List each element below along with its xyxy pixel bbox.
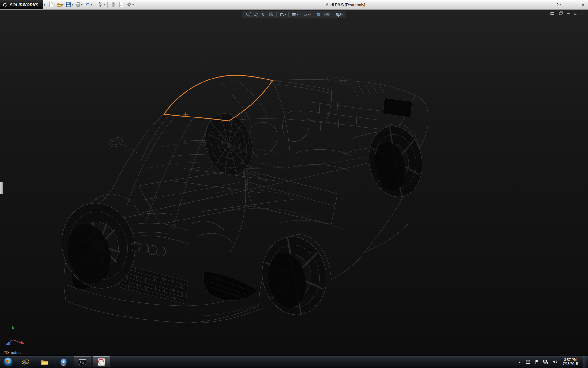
- minimize-button[interactable]: –: [567, 3, 570, 7]
- taskbar-command-prompt-button[interactable]: C:\: [74, 356, 91, 367]
- orientation-triad: [2, 322, 31, 348]
- show-desktop-button[interactable]: [583, 356, 587, 368]
- svg-text:e: e: [23, 358, 27, 366]
- clock-date: 7/13/2015: [563, 362, 578, 366]
- hud-separator: [313, 12, 313, 17]
- help-button[interactable]: ? ▾: [556, 2, 561, 7]
- tray-app-icon[interactable]: [526, 359, 530, 364]
- apply-scene-icon: [323, 12, 329, 17]
- rear-left-wheel: [256, 232, 332, 320]
- tile-window-button[interactable]: [550, 11, 554, 16]
- zoom-to-fit-button[interactable]: [244, 11, 252, 17]
- select-button[interactable]: ▾: [97, 1, 106, 8]
- close-button[interactable]: ×: [582, 3, 584, 7]
- rebuild-button[interactable]: [110, 1, 117, 8]
- previous-view-button[interactable]: [260, 11, 267, 17]
- new-document-button[interactable]: [47, 1, 55, 8]
- display-style-dropdown: ▾: [297, 13, 298, 16]
- view-orientation-cube-icon: [279, 12, 285, 17]
- hide-show-items-button[interactable]: ▾: [303, 11, 311, 17]
- cascade-window-icon: [559, 11, 563, 15]
- options-dropdown: ▾: [132, 3, 134, 6]
- edit-appearance-button[interactable]: [315, 11, 322, 17]
- hud-separator: [288, 12, 289, 17]
- network-icon[interactable]: [543, 359, 548, 364]
- hud-separator: [301, 12, 301, 17]
- file-properties-button[interactable]: [118, 1, 125, 8]
- taskbar-windows-explorer-button[interactable]: [36, 356, 53, 367]
- taskbar-media-player-button[interactable]: [55, 356, 72, 367]
- hud-separator: [276, 12, 277, 17]
- solidworks-version-badge: 2015: [100, 363, 105, 366]
- file-properties-icon: [119, 2, 124, 7]
- save-icon: [66, 2, 71, 7]
- select-dropdown: ▾: [104, 3, 105, 6]
- taskbar-internet-explorer-button[interactable]: e: [17, 356, 34, 367]
- zoom-to-area-icon: [253, 12, 258, 17]
- zoom-to-area-button[interactable]: [252, 11, 259, 17]
- view-orientation-button[interactable]: ▾: [278, 11, 287, 17]
- solidworks-menu[interactable]: SOLIDWORKS: [0, 0, 43, 9]
- taskbar-solidworks-button[interactable]: 2015: [93, 356, 110, 367]
- selected-windshield-face[interactable]: [164, 75, 273, 121]
- display-style-button[interactable]: ▾: [290, 11, 299, 17]
- display-style-cube-icon: [291, 12, 297, 17]
- undo-dropdown: ▾: [91, 3, 92, 6]
- cascade-window-button[interactable]: [559, 11, 563, 16]
- print-button[interactable]: ▾: [74, 1, 83, 8]
- brand-label: SOLIDWORKS: [10, 2, 39, 7]
- hud-separator: [333, 12, 333, 17]
- rebuild-stoplight-icon: [111, 2, 116, 7]
- toolbar-separator: [107, 2, 108, 8]
- feature-panel-collapse-tab[interactable]: ◂ ◂: [0, 182, 3, 194]
- view-settings-button[interactable]: ▾: [335, 11, 344, 17]
- system-tray: ▴ 3:57 PM: [518, 356, 588, 368]
- apply-scene-dropdown: ▾: [329, 13, 330, 16]
- graphics-viewport[interactable]: ▾ ▾ ▾: [0, 9, 588, 356]
- document-window-controls: – □ ×: [550, 11, 583, 16]
- zoom-to-fit-icon: [245, 12, 251, 17]
- save-button[interactable]: ▾: [65, 1, 74, 8]
- options-button[interactable]: ▾: [126, 1, 134, 8]
- open-dropdown: ▾: [62, 3, 63, 6]
- media-player-icon: [59, 358, 68, 366]
- section-view-icon: [268, 12, 274, 17]
- taskbar: e C:\: [0, 355, 588, 368]
- collapse-arrow: ◂: [1, 186, 2, 188]
- volume-icon[interactable]: [552, 359, 558, 364]
- open-button[interactable]: ▾: [55, 1, 64, 8]
- rear-right-wheel: [364, 122, 428, 201]
- apply-scene-button[interactable]: ▾: [322, 11, 331, 17]
- view-settings-dropdown: ▾: [341, 13, 343, 16]
- start-button[interactable]: [0, 356, 16, 368]
- undo-icon: [85, 2, 90, 7]
- toolbar-separator: [95, 2, 95, 8]
- open-folder-icon: [56, 2, 62, 7]
- new-document-icon: [48, 2, 54, 7]
- mouse-cursor-cross: [183, 112, 188, 117]
- maximize-button[interactable]: □: [575, 3, 577, 7]
- document-minimize-button[interactable]: –: [567, 12, 570, 15]
- menu-flyout-arrow[interactable]: ▸: [43, 3, 47, 6]
- options-gear-icon: [126, 2, 132, 7]
- hide-show-glasses-icon: [303, 12, 309, 17]
- undo-button[interactable]: ▾: [84, 1, 93, 8]
- edit-appearance-ball-icon: [316, 12, 321, 17]
- help-dropdown: ▾: [560, 3, 561, 6]
- solidworks-logo-icon: [2, 2, 8, 7]
- titlebar: SOLIDWORKS ▸ ▾ ▾ ▾ ▾: [0, 0, 588, 10]
- windows-start-orb-icon: [3, 357, 13, 367]
- previous-view-icon: [261, 12, 266, 17]
- view-settings-icon: [336, 12, 341, 17]
- print-dropdown: ▾: [81, 3, 82, 6]
- section-view-button[interactable]: [267, 11, 275, 17]
- window-controls: – □ ×: [565, 3, 588, 7]
- taskbar-clock[interactable]: 3:57 PM 7/13/2015: [562, 358, 579, 366]
- action-center-flag-icon[interactable]: [534, 359, 539, 364]
- document-maximize-button[interactable]: □: [574, 12, 576, 15]
- internet-explorer-icon: e: [21, 358, 30, 366]
- svg-text:C:\: C:\: [80, 361, 84, 363]
- side-mirror: [108, 136, 137, 153]
- hidden-icons-chevron[interactable]: ▴: [518, 359, 522, 365]
- document-close-button[interactable]: ×: [581, 12, 583, 15]
